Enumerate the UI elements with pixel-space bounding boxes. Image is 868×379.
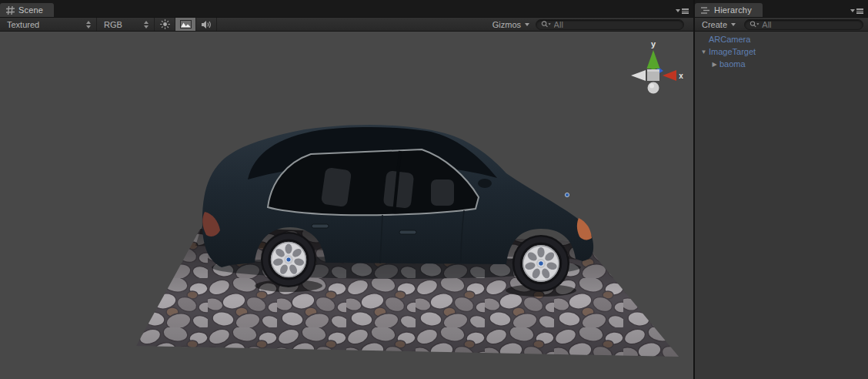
hamburger-icon <box>682 8 689 14</box>
car-front-wheel <box>512 235 569 292</box>
scene-tab-bar: Scene <box>0 0 693 17</box>
updown-arrows-icon <box>144 21 149 29</box>
hierarchy-panel: Hierarchy Create <box>695 0 868 379</box>
hierarchy-panel-menu-icon[interactable] <box>850 8 863 14</box>
color-mode-value: RGB <box>104 20 122 29</box>
axis-neg-x-cone[interactable] <box>631 70 646 81</box>
tree-row-arcamera[interactable]: ARCamera <box>695 33 868 45</box>
gizmos-label: Gizmos <box>492 20 521 29</box>
chevron-down-icon <box>731 23 736 26</box>
image-icon <box>180 20 192 29</box>
shading-mode-dropdown[interactable]: Textured <box>0 18 97 31</box>
axis-cube-top <box>647 69 659 72</box>
sun-icon <box>160 19 170 29</box>
hierarchy-tab-label: Hierarchy <box>714 5 752 15</box>
axis-neg-y-sphere[interactable] <box>648 82 659 94</box>
search-icon <box>749 20 760 29</box>
lighting-toggle-button[interactable] <box>155 18 175 31</box>
hierarchy-tab-bar: Hierarchy <box>695 0 868 17</box>
car-hood-roundel <box>565 193 569 196</box>
search-icon <box>541 20 552 29</box>
axis-x-cone[interactable] <box>663 70 676 81</box>
axis-sphere-highlight <box>649 84 654 89</box>
tree-row-baoma[interactable]: ▶ baoma <box>695 58 868 70</box>
hierarchy-search-input[interactable] <box>762 20 858 29</box>
axis-y-label: y <box>651 39 656 49</box>
scene-3d-content <box>0 32 693 379</box>
shading-mode-value: Textured <box>7 20 39 29</box>
tab-scene[interactable]: Scene <box>0 3 54 17</box>
grid-icon <box>6 6 15 15</box>
tab-hierarchy[interactable]: Hierarchy <box>695 3 763 17</box>
scene-tab-label: Scene <box>18 5 43 15</box>
create-button[interactable]: Create <box>695 18 741 31</box>
audio-toggle-button[interactable] <box>196 18 217 31</box>
effects-toggle-button[interactable] <box>175 18 196 31</box>
hamburger-icon <box>856 8 863 14</box>
chevron-down-icon <box>676 9 680 12</box>
expander-expanded-icon[interactable]: ▼ <box>699 49 709 55</box>
scene-search-field[interactable] <box>536 19 684 30</box>
object-label: ARCamera <box>709 35 750 44</box>
scene-panel-menu-icon[interactable] <box>676 8 689 14</box>
axis-orientation-gizmo[interactable]: y x <box>623 36 687 99</box>
axis-x-label: x <box>679 72 683 80</box>
gizmos-dropdown[interactable]: Gizmos <box>486 18 536 31</box>
hierarchy-search-field[interactable] <box>744 19 863 30</box>
object-label: baoma <box>719 59 746 69</box>
scene-panel: Scene Textured RGB <box>0 0 693 379</box>
scene-toolbar: Textured RGB <box>0 17 693 32</box>
car-door-handle <box>399 230 416 234</box>
unity-editor-window: Scene Textured RGB <box>0 0 868 379</box>
chevron-down-icon <box>525 23 529 26</box>
car-rear-wheel <box>261 232 316 287</box>
expander-collapsed-icon[interactable]: ▶ <box>709 61 719 68</box>
speaker-icon <box>201 20 212 29</box>
scene-search-input[interactable] <box>554 20 679 29</box>
chevron-down-icon <box>850 9 855 12</box>
car-door-handle <box>312 224 329 228</box>
tree-row-imagetarget[interactable]: ▼ ImageTarget <box>695 45 868 58</box>
list-icon <box>701 6 710 15</box>
create-label: Create <box>702 20 727 29</box>
updown-arrows-icon <box>86 21 92 29</box>
color-mode-dropdown[interactable]: RGB <box>97 18 155 31</box>
axis-y-cone[interactable] <box>647 50 660 69</box>
car-side-mirror <box>478 179 492 188</box>
scene-viewport[interactable]: y x <box>0 32 693 379</box>
car-model[interactable] <box>202 125 593 297</box>
hierarchy-tree: ARCamera ▼ ImageTarget ▶ baoma <box>695 32 868 379</box>
object-label: ImageTarget <box>709 47 756 56</box>
hierarchy-toolbar: Create <box>695 17 868 32</box>
